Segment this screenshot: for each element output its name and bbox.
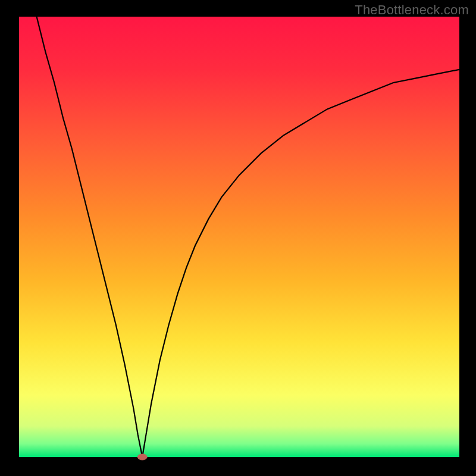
watermark: TheBottleneck.com [355,2,469,18]
chart-container: TheBottleneck.com [0,0,476,476]
optimal-point-marker [137,454,147,460]
bottleneck-curve-chart [0,0,476,476]
